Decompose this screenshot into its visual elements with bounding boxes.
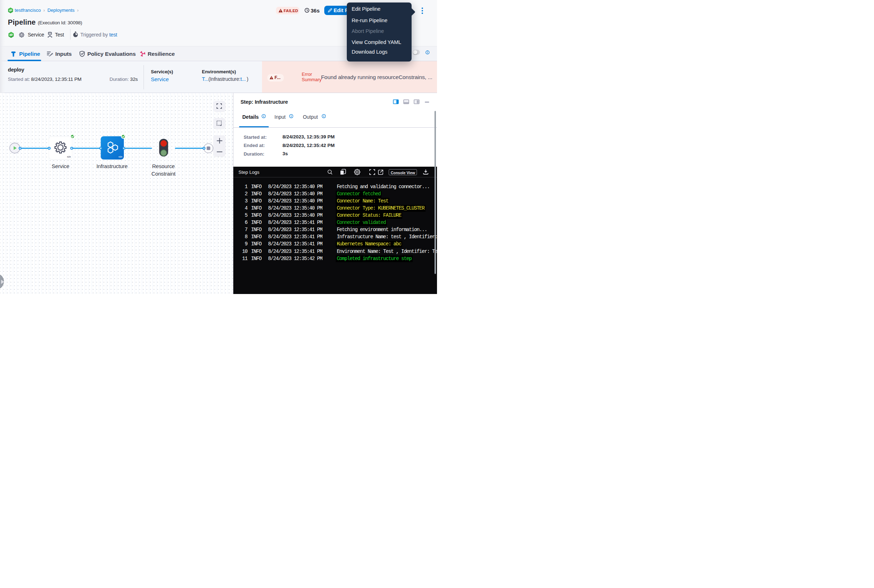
svg-text:</>: </> <box>67 155 71 159</box>
svg-text:</>: </> <box>119 155 122 159</box>
